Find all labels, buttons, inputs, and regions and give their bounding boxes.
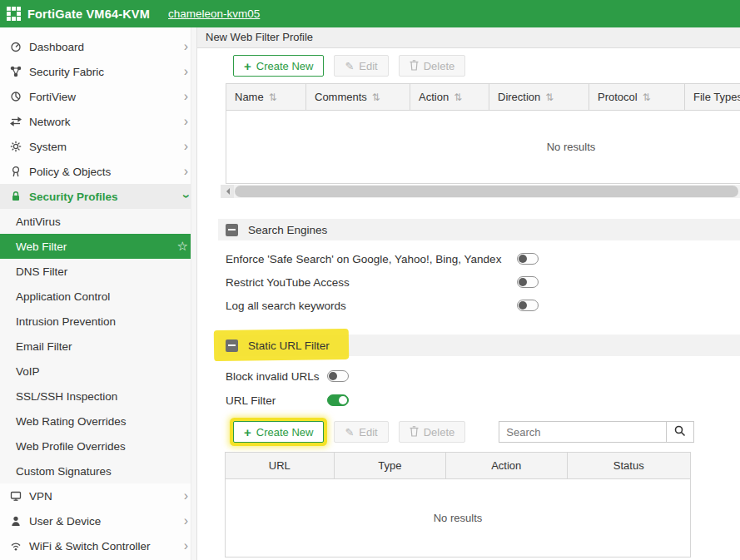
create-new-label: Create New [256, 426, 314, 439]
block-invalid-urls-toggle[interactable] [327, 370, 349, 382]
chevron-right-icon: › [184, 90, 188, 103]
column-header-protocol[interactable]: Protocol ⇅ [589, 84, 684, 110]
create-new-button[interactable]: + Create New [233, 55, 324, 77]
sidebar-item-policy-objects[interactable]: Policy & Objects › [0, 159, 196, 184]
column-header-url[interactable]: URL [226, 453, 334, 478]
search-input[interactable] [499, 421, 667, 443]
edit-label: Edit [359, 426, 377, 439]
column-header-action[interactable]: Action ⇅ [410, 84, 489, 110]
toggle-knob [519, 278, 527, 286]
sidebar-item-vpn[interactable]: VPN › [0, 483, 196, 508]
main-content: + Create New ✎ Edit Delete Name ⇅ [197, 48, 740, 560]
sidebar-item-security-fabric[interactable]: Security Fabric › [0, 59, 196, 84]
toggle-knob [519, 255, 527, 263]
lock-icon [8, 191, 22, 202]
url-create-new-button[interactable]: + Create New [233, 421, 324, 443]
sidebar-item-dns-filter[interactable]: DNS Filter [0, 259, 196, 284]
sidebar-item-antivirus[interactable]: AntiVirus [0, 209, 196, 234]
collapse-minus-icon[interactable] [226, 224, 238, 236]
sidebar-item-web-filter[interactable]: Web Filter ☆ [0, 234, 196, 259]
sidebar-item-label: Application Control [16, 290, 110, 303]
wifi-icon [8, 540, 22, 552]
sidebar-item-web-rating-overrides[interactable]: Web Rating Overrides [0, 409, 196, 434]
collapse-minus-icon[interactable] [226, 339, 238, 352]
sidebar-item-label: Custom Signatures [16, 465, 112, 478]
sidebar-item-dashboard[interactable]: Dashboard › [0, 34, 196, 59]
column-header-direction[interactable]: Direction ⇅ [489, 84, 589, 110]
toggle-knob [519, 301, 527, 310]
column-header-name[interactable]: Name ⇅ [226, 84, 305, 110]
chevron-right-icon: › [184, 165, 188, 178]
delete-label: Delete [424, 60, 455, 72]
edit-label: Edit [359, 60, 377, 72]
chevron-right-icon: › [184, 514, 188, 528]
sidebar-item-label: AntiVirus [16, 216, 61, 228]
sidebar-item-intrusion-prevention[interactable]: Intrusion Prevention [0, 309, 196, 334]
sidebar-item-label: SSL/SSH Inspection [16, 390, 117, 403]
sidebar-item-application-control[interactable]: Application Control [0, 284, 196, 309]
url-filter-toggle[interactable] [327, 394, 349, 406]
search-group [499, 421, 694, 443]
url-delete-button[interactable]: Delete [399, 421, 466, 443]
policy-objects-icon [8, 166, 22, 177]
sidebar-item-fortiview[interactable]: FortiView › [0, 84, 196, 109]
restrict-youtube-label: Restrict YouTube Access [226, 276, 517, 289]
safe-search-toggle[interactable] [517, 253, 539, 265]
url-table-empty: No results [225, 479, 691, 558]
delete-button[interactable]: Delete [399, 55, 466, 77]
sidebar-item-ssl-ssh-inspection[interactable]: SSL/SSH Inspection [0, 384, 196, 409]
sidebar-item-custom-signatures[interactable]: Custom Signatures [0, 458, 196, 483]
filetype-table-empty: No results [226, 111, 740, 184]
sidebar-scrollbar[interactable] [191, 27, 196, 560]
fortinet-logo-icon [7, 7, 21, 21]
url-filter-toolbar: + Create New ✎ Edit Delete [233, 421, 694, 443]
restrict-youtube-toggle[interactable] [517, 276, 539, 288]
sidebar-item-user-device[interactable]: User & Device › [0, 508, 196, 533]
system-gear-icon [8, 141, 22, 152]
sidebar-item-wifi-switch-controller[interactable]: WiFi & Switch Controller › [0, 533, 196, 558]
search-engines-section-header[interactable]: Search Engines [218, 219, 740, 240]
vpn-monitor-icon [8, 490, 22, 502]
sidebar-item-label: FortiView [29, 91, 76, 103]
sidebar-item-voip[interactable]: VoIP [0, 359, 196, 384]
trash-icon [410, 426, 419, 439]
sidebar-item-label: Security Fabric [29, 66, 104, 78]
sidebar-item-email-filter[interactable]: Email Filter [0, 334, 196, 359]
hostname-link[interactable]: chameleon-kvm05 [168, 7, 260, 20]
chevron-right-icon: › [184, 489, 188, 503]
url-edit-button[interactable]: ✎ Edit [334, 421, 388, 443]
sidebar-item-security-profiles[interactable]: Security Profiles › [0, 184, 196, 209]
sort-icon: ⇅ [269, 92, 277, 103]
favorite-star-icon[interactable]: ☆ [177, 239, 188, 254]
url-table-header: URL Type Action Status [225, 452, 691, 479]
horizontal-scrollbar[interactable] [221, 185, 740, 198]
column-header-comments[interactable]: Comments ⇅ [305, 84, 410, 110]
sort-icon: ⇅ [454, 92, 462, 103]
sidebar-item-system[interactable]: System › [0, 134, 196, 159]
create-new-label: Create New [256, 60, 314, 72]
edit-button[interactable]: ✎ Edit [334, 55, 388, 77]
column-header-action[interactable]: Action [445, 453, 566, 478]
column-header-file-types[interactable]: File Types [684, 84, 740, 110]
toggle-knob [329, 372, 337, 380]
scrollbar-thumb[interactable] [235, 186, 738, 197]
delete-label: Delete [424, 426, 455, 439]
sidebar-item-label: VoIP [16, 365, 40, 378]
search-button[interactable] [667, 421, 694, 443]
safe-search-label: Enforce 'Safe Search' on Google, Yahoo!,… [226, 253, 517, 265]
sidebar-item-web-profile-overrides[interactable]: Web Profile Overrides [0, 434, 196, 458]
chevron-right-icon: › [184, 115, 188, 128]
scroll-left-button[interactable] [221, 185, 234, 198]
block-invalid-urls-label: Block invalid URLs [226, 370, 327, 383]
static-url-filter-section-header[interactable]: Static URL Filter [218, 335, 740, 356]
log-keywords-toggle[interactable] [517, 300, 539, 311]
scroll-left-arrow-icon [223, 188, 230, 195]
sidebar-item-label: Web Filter [16, 240, 67, 253]
sidebar-item-label: VPN [29, 490, 52, 503]
sidebar-item-network[interactable]: Network › [0, 109, 196, 134]
block-invalid-urls-row: Block invalid URLs [226, 367, 349, 385]
url-filter-row: URL Filter [226, 391, 349, 409]
column-header-status[interactable]: Status [567, 453, 690, 478]
column-header-type[interactable]: Type [334, 453, 446, 478]
safe-search-row: Enforce 'Safe Search' on Google, Yahoo!,… [226, 250, 539, 268]
